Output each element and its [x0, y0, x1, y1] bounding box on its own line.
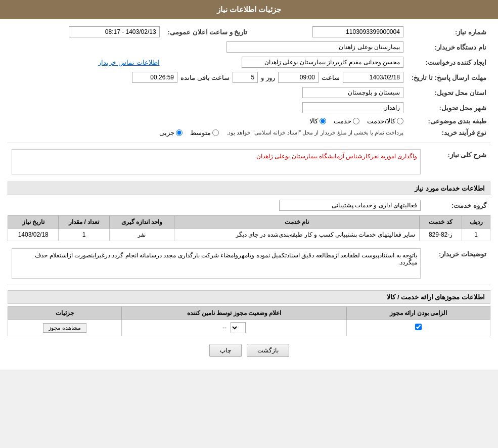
category-kala-khedmat-radio[interactable]: [397, 118, 403, 124]
basic-info-table: شماره نیاز: تاریخ و ساعت اعلان عمومی: نا…: [8, 24, 490, 139]
back-button[interactable]: بازگشت: [247, 344, 289, 357]
announce-date-value: [8, 24, 164, 39]
col-qty: تعداد / مقدار: [59, 216, 109, 229]
services-section-title: اطلاعات خدمات مورد نیاز: [8, 182, 490, 195]
service-group-table: گروه خدمت:: [8, 198, 490, 213]
time-input: [278, 72, 319, 83]
purchase-type-label: نوع فرآیند خرید:: [408, 127, 490, 139]
category-khedmat-label[interactable]: خدمت: [334, 117, 359, 125]
services-thead: ردیف کد خدمت نام خدمت واحد اندازه گیری ت…: [8, 216, 490, 229]
remain-time-input: [132, 72, 177, 83]
announce-date-label: تاریخ و ساعت اعلان عمومی:: [164, 24, 252, 39]
purchase-type-desc: پرداخت تمام یا بخشی از مبلغ خریدار از مح…: [227, 129, 403, 136]
creator-label: ایجاد کننده درخواست:: [408, 55, 490, 70]
creator-link-cell: اطلاعات تماس خریدار: [8, 55, 164, 70]
creator-input: [242, 57, 403, 68]
services-table: ردیف کد خدمت نام خدمت واحد اندازه گیری ت…: [8, 215, 490, 241]
row-radif: 1: [462, 229, 490, 241]
province-label: استان محل تحویل:: [408, 85, 490, 100]
buyer-org-label: نام دستگاه خریدار:: [408, 39, 490, 55]
needs-label: شرح کلی نیاز:: [425, 147, 490, 176]
buyer-desc-row: توضیحات خریدار: باتوجه به استنادپیوست لط…: [8, 246, 490, 281]
permits-section-title: اطلاعات مجوزهای ارائه خدمت / کالا: [8, 290, 490, 304]
services-header-row: ردیف کد خدمت نام خدمت واحد اندازه گیری ت…: [8, 216, 490, 229]
category-kala-khedmat-text: کالا/خدمت: [367, 117, 395, 125]
purchase-type-value: پرداخت تمام یا بخشی از مبلغ خریدار از مح…: [8, 127, 408, 139]
time-label: ساعت: [322, 74, 340, 81]
purchase-motavasset-label[interactable]: متوسط: [190, 129, 219, 137]
view-permit-button[interactable]: مشاهده مجوز: [43, 323, 86, 333]
category-kala-label[interactable]: کالا: [309, 117, 326, 125]
table-row: 1 ز-82-829 سایر فعالیتهای خدمات پشتیبانی…: [8, 229, 490, 241]
needs-desc-cell: واگذاری اموریه نفرکارشناس آزمایشگاه بیما…: [8, 147, 425, 176]
category-value: کالا/خدمت خدمت کالا: [8, 115, 408, 127]
purchase-motavasset-radio[interactable]: [212, 129, 219, 136]
category-khedmat-radio[interactable]: [353, 118, 359, 124]
city-value: [8, 100, 408, 115]
province-input: [302, 87, 403, 98]
permit-required-cell: [347, 320, 490, 336]
permit-details-cell: مشاهده مجوز: [8, 320, 122, 336]
purchase-motavasset-text: متوسط: [190, 129, 211, 137]
province-row: استان محل تحویل:: [8, 85, 490, 100]
needs-desc-text: واگذاری اموریه نفرکارشناس آزمایشگاه بیما…: [256, 153, 417, 160]
city-input: [302, 102, 403, 113]
city-label: شهر محل تحویل:: [408, 100, 490, 115]
permits-tbody: ▼ -- مشاهده مجوز: [8, 320, 490, 336]
deadline-label: مهلت ارسال پاسخ: تا تاریخ:: [408, 70, 490, 85]
days-label: روز و: [261, 74, 275, 81]
buyer-org-input: [227, 41, 403, 53]
print-button[interactable]: چاپ: [209, 344, 242, 357]
row-name: سایر فعالیتهای خدمات پشتیبانی کسب و کار …: [174, 229, 420, 241]
row-unit: نفر: [109, 229, 174, 241]
deadline-row: مهلت ارسال پاسخ: تا تاریخ: ساعت باقی مان…: [8, 70, 490, 85]
category-row: طبقه بندی موضوعی: کالا/خدمت خدمت: [8, 115, 490, 127]
col-date: تاریخ نیاز: [8, 216, 59, 229]
main-content: شماره نیاز: تاریخ و ساعت اعلان عمومی: نا…: [0, 19, 498, 370]
need-number-value: [251, 24, 408, 39]
service-group-row: گروه خدمت:: [8, 198, 490, 213]
need-number-input: [312, 26, 403, 37]
permits-thead: الزامی بودن ارائه مجوز اعلام وضعیت مجوز …: [8, 307, 490, 320]
creator-row: ایجاد کننده درخواست: اطلاعات تماس خریدار: [8, 55, 490, 70]
footer-buttons: بازگشت چاپ: [8, 344, 490, 357]
purchase-jazee-text: جزیی: [159, 129, 174, 137]
buyer-org-value: [8, 39, 408, 55]
permit-status-cell: ▼ --: [122, 320, 347, 336]
category-label: طبقه بندی موضوعی:: [408, 115, 490, 127]
category-kala-text: کالا: [309, 117, 318, 125]
needs-desc-box: واگذاری اموریه نفرکارشناس آزمایشگاه بیما…: [12, 149, 421, 174]
need-number-row: شماره نیاز: تاریخ و ساعت اعلان عمومی:: [8, 24, 490, 39]
contact-info-link[interactable]: اطلاعات تماس خریدار: [98, 59, 159, 66]
col-radif: ردیف: [462, 216, 490, 229]
permit-required-checkbox[interactable]: [415, 324, 422, 330]
remain-label: ساعت باقی مانده: [180, 74, 230, 81]
purchase-jazee-label[interactable]: جزیی: [159, 129, 183, 137]
city-row: شهر محل تحویل:: [8, 100, 490, 115]
deadline-date-input: [343, 72, 403, 83]
purchase-jazee-radio[interactable]: [176, 129, 183, 136]
buyer-desc-box: باتوجه به استنادپیوست لطفابعد ازمطالعه د…: [12, 248, 421, 279]
permit-status-select[interactable]: ▼: [231, 322, 246, 333]
category-kala-khedmat-label[interactable]: کالا/خدمت: [367, 117, 403, 125]
row-code: ز-82-829: [420, 229, 462, 241]
permit-col-required: الزامی بودن ارائه مجوز: [347, 307, 490, 320]
buyer-org-row: نام دستگاه خریدار:: [8, 39, 490, 55]
buyer-desc-text: باتوجه به استنادپیوست لطفابعد ازمطالعه د…: [35, 252, 417, 266]
category-khedmat-text: خدمت: [334, 117, 351, 125]
services-tbody: 1 ز-82-829 سایر فعالیتهای خدمات پشتیبانی…: [8, 229, 490, 241]
needs-row: شرح کلی نیاز: واگذاری اموریه نفرکارشناس …: [8, 147, 490, 176]
creator-value: [164, 55, 408, 70]
col-unit: واحد اندازه گیری: [109, 216, 174, 229]
page-wrapper: جزئیات اطلاعات نیاز شماره نیاز: تاریخ و …: [0, 0, 498, 370]
announce-date-input: [69, 26, 160, 37]
purchase-type-row: نوع فرآیند خرید: پرداخت تمام یا بخشی از …: [8, 127, 490, 139]
category-kala-radio[interactable]: [320, 118, 326, 124]
permit-col-status: اعلام وضعیت مجوز توسط نامین کننده: [122, 307, 347, 320]
province-value: [8, 85, 408, 100]
service-group-input: [279, 200, 421, 211]
permits-table: الزامی بودن ارائه مجوز اعلام وضعیت مجوز …: [8, 306, 490, 336]
deadline-value: ساعت باقی مانده روز و ساعت: [8, 70, 408, 85]
needs-table: شرح کلی نیاز: واگذاری اموریه نفرکارشناس …: [8, 147, 490, 176]
buyer-desc-table: توضیحات خریدار: باتوجه به استنادپیوست لط…: [8, 246, 490, 281]
